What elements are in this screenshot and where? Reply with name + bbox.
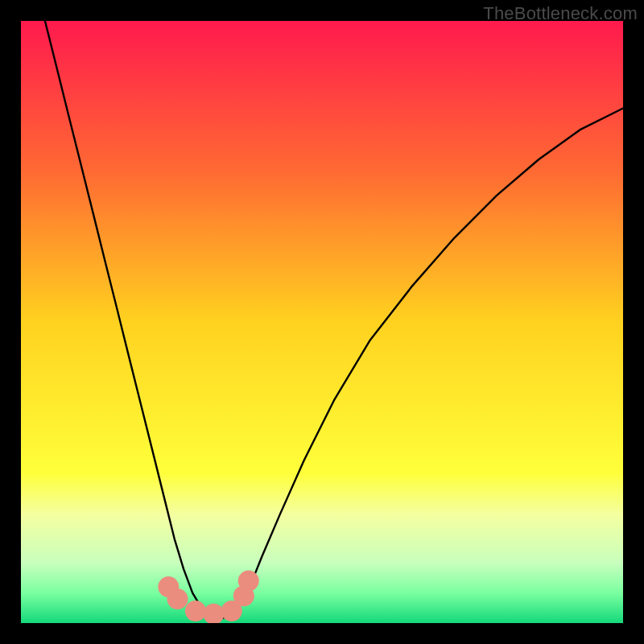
- gradient-background: [21, 21, 623, 623]
- watermark-text: TheBottleneck.com: [483, 3, 638, 24]
- highlight-point: [167, 588, 188, 609]
- highlight-point: [185, 601, 206, 621]
- bottleneck-chart: [21, 21, 623, 623]
- highlight-point: [238, 571, 259, 592]
- chart-frame: [21, 21, 623, 623]
